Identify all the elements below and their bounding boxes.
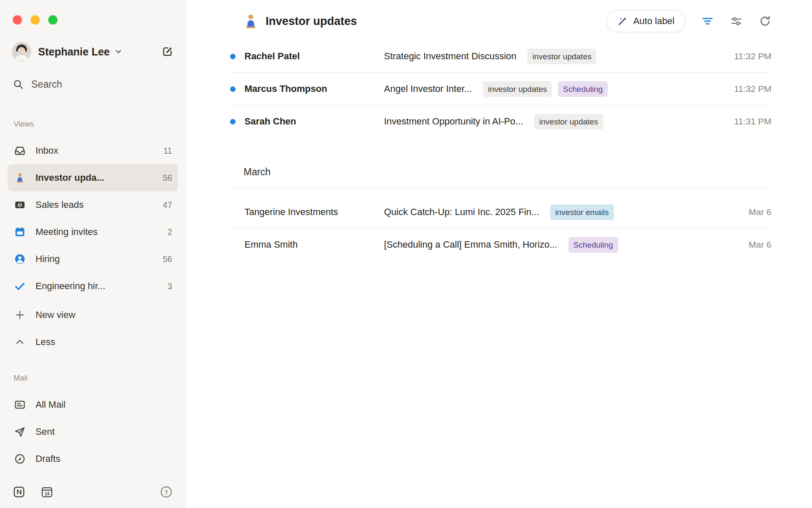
notion-logo-icon[interactable] <box>13 486 25 498</box>
banknote-icon <box>14 199 26 211</box>
account-switcher[interactable]: Stephanie Lee <box>8 41 178 62</box>
zoom-window-button[interactable] <box>48 15 58 25</box>
email-sender: Sarah Chen <box>244 116 384 127</box>
sidebar-item-drafts[interactable]: Drafts <box>8 445 178 472</box>
close-window-button[interactable] <box>13 15 22 25</box>
email-tag[interactable]: Scheduling <box>568 237 618 253</box>
email-subject: [Scheduling a Call] Emma Smith, Horizo..… <box>384 239 557 250</box>
email-sender: Emma Smith <box>244 239 384 250</box>
window-controls <box>13 15 178 25</box>
plus-icon <box>14 309 26 321</box>
sidebar-item-sent[interactable]: Sent <box>8 418 178 445</box>
email-tags: investor emails <box>550 204 614 220</box>
email-time: Mar 6 <box>740 207 771 217</box>
paper-plane-icon <box>14 425 26 438</box>
svg-text:?: ? <box>165 489 168 496</box>
help-icon[interactable]: ? <box>159 485 173 499</box>
view-header: Investor updates Auto label <box>186 0 812 30</box>
search-icon <box>13 79 24 90</box>
inbox-icon <box>14 144 26 157</box>
sidebar-item-inbox[interactable]: Inbox 11 <box>8 137 178 164</box>
email-subject: Investment Opportunity in AI-Po... <box>384 116 523 127</box>
sidebar-item-all-mail[interactable]: All Mail <box>8 391 178 418</box>
sidebar-item-engineering-hiring[interactable]: Engineering hir... 3 <box>8 273 178 300</box>
header-actions: Auto label <box>606 10 771 32</box>
sidebar-item-hiring[interactable]: Hiring 56 <box>8 246 178 273</box>
person-circle-icon <box>14 253 26 265</box>
sidebar-item-count: 47 <box>163 200 172 210</box>
investor-statue-icon <box>14 171 26 184</box>
drafts-pencil-icon <box>14 453 26 465</box>
mail-section-header: Mail <box>8 373 178 383</box>
user-name: Stephanie Lee <box>38 46 110 58</box>
page-title: Investor updates <box>266 15 357 28</box>
sidebar-item-investor-updates[interactable]: Investor upda... 56 <box>8 164 178 191</box>
minimize-window-button[interactable] <box>30 15 40 25</box>
email-tag[interactable]: investor updates <box>483 81 552 97</box>
less-label: Less <box>36 337 55 348</box>
sidebar-item-label: All Mail <box>36 399 66 410</box>
email-subject: Quick Catch-Up: Lumi Inc. 2025 Fin... <box>384 207 539 218</box>
calendar-day-number: 14 <box>44 491 49 496</box>
refresh-icon[interactable] <box>759 15 771 28</box>
email-sender: Tangerine Investments <box>244 207 384 218</box>
search-label: Search <box>31 79 62 90</box>
chevron-up-icon <box>14 336 26 348</box>
email-row[interactable]: Emma Smith[Scheduling a Call] Emma Smith… <box>230 229 771 261</box>
wand-icon <box>617 16 628 27</box>
investor-statue-icon <box>243 13 259 29</box>
auto-label-text: Auto label <box>633 16 675 27</box>
sidebar-item-label: Sales leads <box>36 199 84 210</box>
sidebar-item-count: 2 <box>167 227 172 237</box>
chevron-down-icon <box>114 47 123 56</box>
sidebar-item-label: Inbox <box>36 145 58 156</box>
calendar-app-icon[interactable]: 14 <box>41 486 53 498</box>
email-row[interactable]: Sarah ChenInvestment Opportunity in AI-P… <box>230 105 771 138</box>
display-settings-icon[interactable] <box>730 15 743 28</box>
unread-dot <box>230 86 236 92</box>
sidebar-item-meeting-invites[interactable]: Meeting invites 2 <box>8 218 178 246</box>
email-tag[interactable]: investor updates <box>534 114 603 130</box>
email-tag[interactable]: Scheduling <box>558 81 608 97</box>
sidebar-item-label: Hiring <box>36 254 60 265</box>
auto-label-button[interactable]: Auto label <box>606 10 685 32</box>
mail-list: All Mail Sent Drafts <box>8 391 178 472</box>
filter-icon[interactable] <box>701 15 714 28</box>
mail-app: Stephanie Lee Search Views Inbox 11 <box>0 0 812 508</box>
email-row[interactable]: Rachel PatelStrategic Investment Discuss… <box>230 40 771 73</box>
new-view-label: New view <box>36 309 75 320</box>
sidebar-item-sales-leads[interactable]: Sales leads 47 <box>8 191 178 218</box>
less-button[interactable]: Less <box>8 329 178 356</box>
sidebar-item-count: 56 <box>163 173 172 183</box>
views-list: Inbox 11 Investor upda... 56 Sales leads… <box>8 137 178 356</box>
compose-button[interactable] <box>161 45 174 58</box>
main-content: Investor updates Auto label <box>186 0 812 508</box>
email-row[interactable]: Marcus ThompsonAngel Investor Inter...in… <box>230 73 771 105</box>
email-time: 11:32 PM <box>726 84 771 94</box>
sidebar-footer: 14 ? <box>13 485 173 499</box>
email-subject: Strategic Investment Discussion <box>384 51 516 62</box>
email-time: 11:32 PM <box>726 51 771 61</box>
email-tag[interactable]: investor emails <box>550 204 614 220</box>
sidebar-item-label: Engineering hir... <box>36 281 105 292</box>
email-tags: investor updates <box>534 114 603 130</box>
search-button[interactable]: Search <box>8 75 178 94</box>
calendar-icon <box>14 226 26 238</box>
email-subject: Angel Investor Inter... <box>384 83 472 94</box>
email-tag[interactable]: investor updates <box>527 49 596 64</box>
sidebar-item-label: Drafts <box>36 453 60 464</box>
unread-dot <box>230 54 236 59</box>
new-view-button[interactable]: New view <box>8 301 178 329</box>
email-tags: investor updatesScheduling <box>483 81 608 97</box>
email-list: Rachel PatelStrategic Investment Discuss… <box>186 40 812 261</box>
email-time: 11:31 PM <box>726 116 771 127</box>
email-tags: Scheduling <box>568 237 618 253</box>
sidebar: Stephanie Lee Search Views Inbox 11 <box>0 0 186 508</box>
all-mail-icon <box>14 398 26 411</box>
email-tags: investor updates <box>527 49 596 64</box>
email-time: Mar 6 <box>740 240 771 250</box>
sidebar-item-count: 56 <box>163 254 172 264</box>
email-row[interactable]: Tangerine InvestmentsQuick Catch-Up: Lum… <box>230 196 771 229</box>
month-header: March <box>230 138 771 188</box>
views-section-header: Views <box>8 119 178 129</box>
